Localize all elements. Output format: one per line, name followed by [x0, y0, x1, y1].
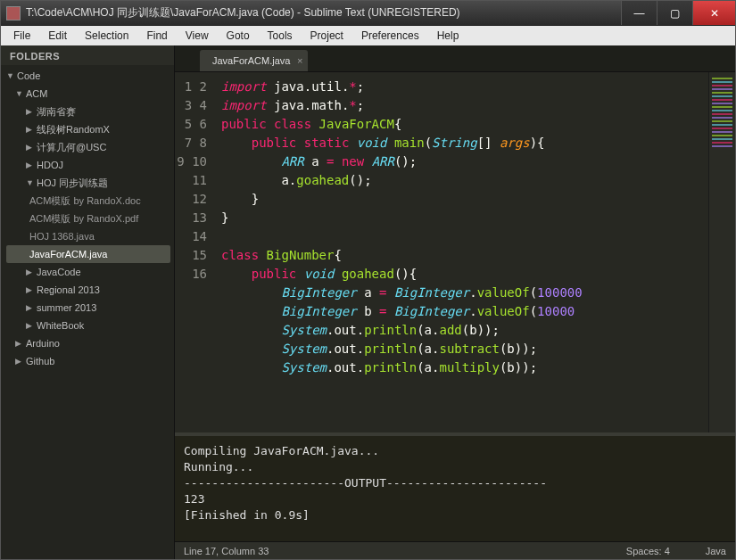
- folder-item[interactable]: Regional 2013: [6, 281, 170, 299]
- minimize-button[interactable]: —: [621, 1, 657, 25]
- tree-label: ACM: [26, 86, 47, 101]
- tree-label: 线段树RandomX: [37, 122, 110, 136]
- minimap[interactable]: [708, 72, 735, 432]
- menu-find[interactable]: Find: [137, 27, 176, 45]
- menubar: FileEditSelectionFindViewGotoToolsProjec…: [1, 26, 735, 45]
- folder-item[interactable]: HOJ 同步训练题: [6, 174, 170, 192]
- disclosure-triangle-icon[interactable]: [15, 336, 24, 350]
- folder-item[interactable]: WhiteBook: [6, 317, 170, 334]
- menu-preferences[interactable]: Preferences: [352, 27, 428, 45]
- folder-item[interactable]: JavaCode: [6, 263, 170, 281]
- window-title: T:\Code\ACM\HOJ 同步训练题\JavaForACM.java (C…: [26, 5, 621, 21]
- folder-item[interactable]: ACM: [6, 85, 170, 103]
- folder-item[interactable]: 计算几何@USC: [6, 138, 170, 156]
- tree-label: JavaCode: [37, 265, 81, 279]
- line-gutter: 1 2 3 4 5 6 7 8 9 10 11 12 13 14 15 16: [175, 72, 214, 432]
- tree-label: Arduino: [26, 336, 60, 350]
- tree-label: Github: [26, 354, 54, 368]
- tree-label: JavaForACM.java: [29, 247, 107, 261]
- app-icon: [6, 6, 21, 21]
- menu-help[interactable]: Help: [428, 27, 468, 45]
- folder-item[interactable]: Arduino: [6, 334, 170, 352]
- sidebar-header: FOLDERS: [1, 45, 174, 65]
- maximize-button[interactable]: ▢: [657, 1, 692, 25]
- tree-label: HOJ 同步训练题: [37, 176, 108, 190]
- folder-item[interactable]: 湖南省赛: [6, 103, 170, 120]
- menu-edit[interactable]: Edit: [39, 27, 76, 45]
- folder-tree: CodeACM湖南省赛线段树RandomX计算几何@USCHDOJHOJ 同步训…: [1, 65, 174, 374]
- statusbar: Line 17, Column 33 Spaces: 4 Java: [175, 541, 735, 559]
- tree-label: ACM模版 by RandoX.doc: [29, 194, 141, 208]
- disclosure-triangle-icon[interactable]: [15, 86, 24, 101]
- disclosure-triangle-icon[interactable]: [26, 158, 35, 172]
- window-controls: — ▢ ✕: [621, 1, 735, 25]
- menu-tools[interactable]: Tools: [259, 27, 302, 45]
- disclosure-triangle-icon[interactable]: [26, 318, 35, 333]
- menu-file[interactable]: File: [4, 27, 39, 45]
- disclosure-triangle-icon[interactable]: [26, 176, 35, 190]
- close-button[interactable]: ✕: [692, 1, 735, 25]
- tree-label: 湖南省赛: [37, 104, 76, 119]
- tab-bar: JavaForACM.java ×: [175, 45, 735, 72]
- editor-area: JavaForACM.java × 1 2 3 4 5 6 7 8 9 10 1…: [175, 45, 735, 432]
- tree-label: Code: [17, 69, 40, 83]
- tree-label: WhiteBook: [37, 318, 84, 333]
- disclosure-triangle-icon[interactable]: [26, 283, 35, 297]
- titlebar[interactable]: T:\Code\ACM\HOJ 同步训练题\JavaForACM.java (C…: [1, 1, 735, 26]
- tree-label: Regional 2013: [37, 283, 100, 297]
- tree-label: 计算几何@USC: [37, 140, 106, 154]
- disclosure-triangle-icon[interactable]: [26, 301, 35, 315]
- status-cursor[interactable]: Line 17, Column 33: [184, 546, 269, 556]
- folder-item[interactable]: Code: [6, 67, 170, 85]
- tab-active[interactable]: JavaForACM.java ×: [200, 50, 308, 71]
- disclosure-triangle-icon[interactable]: [26, 122, 35, 136]
- menu-project[interactable]: Project: [302, 27, 352, 45]
- menu-selection[interactable]: Selection: [76, 27, 137, 45]
- build-output[interactable]: Compiling JavaForACM.java... Running... …: [175, 432, 735, 541]
- folder-item[interactable]: Github: [6, 352, 170, 370]
- sidebar: FOLDERS CodeACM湖南省赛线段树RandomX计算几何@USCHDO…: [1, 45, 175, 559]
- code-content[interactable]: import java.util.*;import java.math.*;pu…: [214, 72, 708, 432]
- tree-label: summer 2013: [37, 301, 96, 315]
- tab-label: JavaForACM.java: [212, 55, 290, 66]
- main-area: JavaForACM.java × 1 2 3 4 5 6 7 8 9 10 1…: [175, 45, 735, 559]
- menu-view[interactable]: View: [177, 27, 218, 45]
- status-lang[interactable]: Java: [706, 546, 726, 556]
- disclosure-triangle-icon[interactable]: [15, 354, 24, 368]
- tree-label: HOJ 1368.java: [29, 229, 95, 243]
- status-spaces[interactable]: Spaces: 4: [626, 546, 670, 556]
- disclosure-triangle-icon[interactable]: [26, 265, 35, 279]
- file-item[interactable]: ACM模版 by RandoX.pdf: [6, 210, 170, 227]
- folder-item[interactable]: 线段树RandomX: [6, 120, 170, 138]
- app-window: T:\Code\ACM\HOJ 同步训练题\JavaForACM.java (C…: [0, 0, 736, 560]
- disclosure-triangle-icon[interactable]: [6, 69, 15, 83]
- file-item[interactable]: JavaForACM.java: [6, 245, 170, 263]
- folder-item[interactable]: summer 2013: [6, 299, 170, 317]
- tree-label: ACM模版 by RandoX.pdf: [29, 211, 138, 226]
- disclosure-triangle-icon[interactable]: [26, 140, 35, 154]
- close-tab-icon[interactable]: ×: [297, 55, 302, 66]
- disclosure-triangle-icon[interactable]: [26, 104, 35, 119]
- menu-goto[interactable]: Goto: [218, 27, 259, 45]
- file-item[interactable]: HOJ 1368.java: [6, 227, 170, 245]
- body: FOLDERS CodeACM湖南省赛线段树RandomX计算几何@USCHDO…: [1, 45, 735, 559]
- file-item[interactable]: ACM模版 by RandoX.doc: [6, 192, 170, 210]
- folder-item[interactable]: HDOJ: [6, 156, 170, 174]
- tree-label: HDOJ: [37, 158, 63, 172]
- editor[interactable]: 1 2 3 4 5 6 7 8 9 10 11 12 13 14 15 16 i…: [175, 72, 735, 432]
